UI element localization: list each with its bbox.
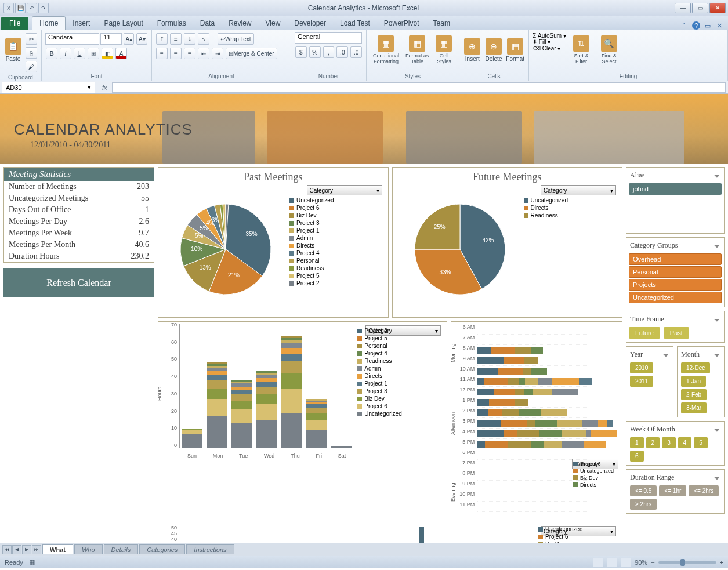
hourly-gantt-chart[interactable]: Morning Afternoon Evening Category▾ 6 AM… — [451, 321, 622, 518]
filter-icon[interactable]: ⏷ — [713, 474, 720, 481]
format-cells-button[interactable]: ▦Format — [505, 32, 525, 67]
filter-icon[interactable]: ⏷ — [662, 351, 669, 358]
format-as-table-button[interactable]: ▦Format as Table — [404, 32, 430, 67]
dur-item[interactable]: <= 0.5 — [630, 485, 657, 496]
font-name-select[interactable]: Candara — [45, 33, 99, 45]
conditional-formatting-button[interactable]: ▦Conditional Formatting — [370, 32, 402, 67]
sort-filter-button[interactable]: ⇅Sort & Filter — [568, 32, 594, 67]
sheet-nav-prev[interactable]: ◀ — [12, 545, 21, 554]
font-size-select[interactable]: 11 — [100, 33, 122, 45]
tab-page-layout[interactable]: Page Layout — [97, 17, 150, 30]
filter-icon[interactable]: ⏷ — [713, 172, 720, 179]
tab-insert[interactable]: Insert — [66, 17, 97, 30]
percent-icon[interactable]: % — [309, 46, 321, 58]
sheet-tab-details[interactable]: Details — [104, 544, 139, 554]
italic-button[interactable]: I — [60, 48, 71, 59]
find-select-button[interactable]: 🔍Find & Select — [596, 32, 622, 67]
currency-icon[interactable]: $ — [295, 46, 307, 58]
autosum-button[interactable]: Σ AutoSum ▾ — [533, 32, 566, 39]
redo-icon[interactable]: ↷ — [38, 3, 49, 13]
past-meetings-chart[interactable]: Past Meetings Category▾ 35%21%13%10%5%5%… — [158, 167, 389, 318]
duration-slicer[interactable]: Duration Range⏷ <= 0.5<= 1hr<= 2hrs> 2hr… — [626, 469, 725, 514]
filter-icon[interactable]: ⏷ — [713, 242, 720, 249]
window-close-icon[interactable]: ✕ — [715, 21, 723, 30]
align-center-icon[interactable]: ≡ — [170, 48, 182, 59]
cut-icon[interactable]: ✂ — [26, 33, 37, 45]
increase-indent-icon[interactable]: ⇥ — [212, 48, 223, 59]
catg-item[interactable]: Uncategorized — [629, 292, 722, 303]
dur-item[interactable]: > 2hrs — [630, 499, 657, 510]
maximize-button[interactable]: ▭ — [692, 3, 708, 13]
week-item[interactable]: 1 — [630, 437, 644, 448]
dur-item[interactable]: <= 2hrs — [689, 485, 719, 496]
month-item[interactable]: 1-Jan — [681, 376, 706, 387]
copy-icon[interactable]: ⎘ — [26, 47, 37, 59]
sheet-tab-categories[interactable]: Categories — [139, 544, 185, 554]
year-slicer[interactable]: Year⏷ 2010 2011 — [626, 346, 673, 417]
insert-cells-button[interactable]: ⊕Insert — [463, 32, 482, 67]
fx-label[interactable]: fx — [97, 84, 112, 91]
week-item[interactable]: 3 — [662, 437, 676, 448]
border-button[interactable]: ⊞ — [88, 48, 99, 59]
zoom-level[interactable]: 90% — [635, 559, 647, 566]
month-item[interactable]: 3-Mar — [681, 402, 707, 413]
tab-formulas[interactable]: Formulas — [150, 17, 193, 30]
hours-by-day-chart[interactable]: Category▾ Hours 706050403020100 SunMonTu… — [158, 321, 447, 460]
time-frame-slicer[interactable]: Time Frame⏷ Future Past — [626, 311, 725, 343]
week-item[interactable]: 2 — [646, 437, 660, 448]
formula-input[interactable] — [112, 82, 726, 93]
month-item[interactable]: 12-Dec — [681, 362, 710, 373]
catg-item[interactable]: Projects — [629, 279, 722, 291]
alias-item-johnd[interactable]: johnd — [629, 183, 722, 195]
zoom-out-button[interactable]: − — [651, 559, 654, 566]
bold-button[interactable]: B — [46, 48, 57, 59]
catg-item[interactable]: Personal — [629, 266, 722, 278]
window-restore-icon[interactable]: ▭ — [704, 21, 712, 30]
lower-bar-chart[interactable]: Category▾ 5045403530 UncategorizedProjec… — [158, 522, 622, 539]
sheet-nav-next[interactable]: ▶ — [22, 545, 31, 554]
week-item[interactable]: 4 — [678, 437, 692, 448]
undo-icon[interactable]: ↶ — [27, 3, 37, 13]
decrease-decimal-icon[interactable]: .0 — [350, 46, 362, 58]
page-break-view-button[interactable] — [621, 558, 631, 567]
alias-slicer[interactable]: Alias⏷ johnd — [626, 167, 725, 234]
fill-color-button[interactable]: ◧ — [102, 48, 113, 59]
category-groups-slicer[interactable]: Category Groups⏷ OverheadPersonalProject… — [626, 237, 725, 307]
refresh-calendar-button[interactable]: Refresh Calendar — [3, 268, 154, 297]
align-right-icon[interactable]: ≡ — [184, 48, 195, 59]
tab-home[interactable]: Home — [32, 16, 66, 30]
tab-powerpivot[interactable]: PowerPivot — [377, 17, 426, 30]
month-slicer[interactable]: Month⏷ 12-Dec1-Jan2-Feb3-Mar — [677, 346, 725, 417]
align-left-icon[interactable]: ≡ — [156, 48, 168, 59]
minimize-button[interactable]: — — [675, 3, 691, 13]
underline-button[interactable]: U — [74, 48, 85, 59]
tab-review[interactable]: Review — [222, 17, 258, 30]
zoom-in-button[interactable]: + — [720, 559, 723, 566]
delete-cells-button[interactable]: ⊖Delete — [484, 32, 504, 67]
week-item[interactable]: 6 — [630, 451, 644, 462]
format-painter-icon[interactable]: 🖌 — [26, 61, 37, 72]
tab-developer[interactable]: Developer — [287, 17, 333, 30]
normal-view-button[interactable] — [593, 558, 603, 567]
save-icon[interactable]: 💾 — [15, 3, 26, 13]
sheet-nav-first[interactable]: ⏮ — [2, 545, 12, 554]
wrap-text-button[interactable]: ↩ Wrap Text — [218, 33, 254, 45]
name-box[interactable]: AD30▾ — [2, 82, 95, 93]
sheet-tab-what[interactable]: What — [42, 544, 73, 554]
sheet-tab-instructions[interactable]: Instructions — [186, 544, 234, 554]
paste-button[interactable]: 📋 Paste — [3, 32, 23, 67]
number-format-select[interactable]: General — [295, 32, 362, 44]
filter-icon[interactable]: ⏷ — [713, 351, 720, 358]
minimize-ribbon-icon[interactable]: ˄ — [680, 21, 689, 30]
macro-record-icon[interactable]: ▦ — [29, 558, 35, 566]
decrease-indent-icon[interactable]: ⇤ — [198, 48, 209, 59]
align-top-icon[interactable]: ⤒ — [156, 33, 168, 45]
file-tab[interactable]: File — [1, 17, 28, 30]
cell-styles-button[interactable]: ▦Cell Styles — [433, 32, 455, 67]
increase-font-icon[interactable]: A▴ — [124, 33, 135, 45]
dur-item[interactable]: <= 1hr — [659, 485, 686, 496]
future-category-dropdown[interactable]: Category▾ — [541, 185, 616, 195]
fill-button[interactable]: ⬇ Fill ▾ — [533, 39, 566, 45]
decrease-font-icon[interactable]: A▾ — [136, 33, 147, 45]
comma-icon[interactable]: , — [323, 46, 335, 58]
